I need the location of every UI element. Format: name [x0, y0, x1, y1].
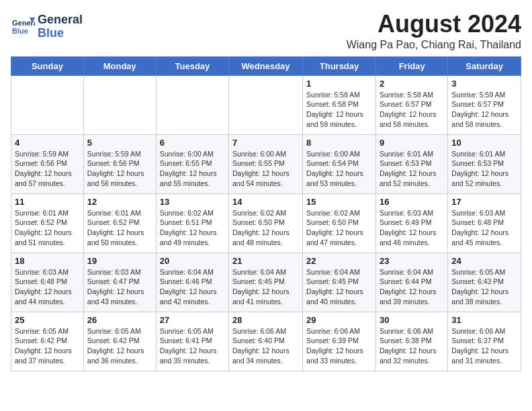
calendar-table: SundayMondayTuesdayWednesdayThursdayFrid…	[11, 56, 521, 371]
calendar-week-row: 18Sunrise: 6:03 AM Sunset: 6:48 PM Dayli…	[11, 253, 521, 312]
cell-content: Sunrise: 5:59 AM Sunset: 6:56 PM Dayligh…	[15, 149, 80, 189]
logo-text: General Blue	[38, 13, 83, 40]
cell-content: Sunrise: 6:01 AM Sunset: 6:52 PM Dayligh…	[87, 208, 152, 248]
calendar-week-row: 11Sunrise: 6:01 AM Sunset: 6:52 PM Dayli…	[11, 193, 521, 253]
cell-content: Sunrise: 6:06 AM Sunset: 6:40 PM Dayligh…	[232, 326, 299, 366]
calendar-cell: 15Sunrise: 6:02 AM Sunset: 6:50 PM Dayli…	[303, 193, 376, 253]
logo: General Blue General Blue	[11, 13, 83, 40]
day-number: 19	[87, 256, 152, 266]
cell-content: Sunrise: 6:06 AM Sunset: 6:39 PM Dayligh…	[306, 326, 372, 366]
weekday-header-cell: Friday	[375, 56, 447, 75]
day-number: 2	[380, 79, 444, 89]
day-number: 16	[380, 197, 444, 207]
weekday-header-cell: Monday	[83, 56, 156, 75]
day-number: 31	[451, 315, 517, 325]
cell-content: Sunrise: 6:04 AM Sunset: 6:45 PM Dayligh…	[306, 267, 372, 307]
cell-content: Sunrise: 6:05 AM Sunset: 6:42 PM Dayligh…	[87, 326, 152, 366]
cell-content: Sunrise: 6:01 AM Sunset: 6:52 PM Dayligh…	[15, 208, 80, 248]
day-number: 26	[87, 315, 152, 325]
logo-line1: General	[38, 13, 83, 26]
day-number: 20	[160, 256, 225, 266]
day-number: 12	[87, 197, 152, 207]
cell-content: Sunrise: 5:59 AM Sunset: 6:57 PM Dayligh…	[451, 90, 517, 130]
cell-content: Sunrise: 6:04 AM Sunset: 6:46 PM Dayligh…	[160, 267, 225, 307]
weekday-header-cell: Tuesday	[156, 56, 228, 75]
calendar-cell: 25Sunrise: 6:05 AM Sunset: 6:42 PM Dayli…	[11, 312, 84, 371]
calendar-cell: 10Sunrise: 6:01 AM Sunset: 6:53 PM Dayli…	[448, 134, 521, 193]
day-number: 7	[232, 138, 299, 148]
day-number: 25	[15, 315, 80, 325]
location: Wiang Pa Pao, Chiang Rai, Thailand	[347, 39, 521, 51]
calendar-cell: 8Sunrise: 6:00 AM Sunset: 6:54 PM Daylig…	[303, 134, 376, 193]
cell-content: Sunrise: 6:03 AM Sunset: 6:48 PM Dayligh…	[15, 267, 80, 307]
calendar-cell: 16Sunrise: 6:03 AM Sunset: 6:49 PM Dayli…	[375, 193, 447, 253]
calendar-week-row: 25Sunrise: 6:05 AM Sunset: 6:42 PM Dayli…	[11, 312, 521, 371]
cell-content: Sunrise: 6:06 AM Sunset: 6:37 PM Dayligh…	[451, 326, 517, 366]
cell-content: Sunrise: 6:01 AM Sunset: 6:53 PM Dayligh…	[451, 149, 517, 189]
cell-content: Sunrise: 6:04 AM Sunset: 6:44 PM Dayligh…	[380, 267, 444, 307]
day-number: 28	[232, 315, 299, 325]
calendar-cell	[229, 75, 303, 134]
cell-content: Sunrise: 5:59 AM Sunset: 6:56 PM Dayligh…	[87, 149, 152, 189]
calendar-cell: 3Sunrise: 5:59 AM Sunset: 6:57 PM Daylig…	[448, 75, 521, 134]
day-number: 22	[306, 256, 372, 266]
cell-content: Sunrise: 6:01 AM Sunset: 6:53 PM Dayligh…	[380, 149, 444, 189]
day-number: 27	[160, 315, 225, 325]
calendar-cell: 14Sunrise: 6:02 AM Sunset: 6:50 PM Dayli…	[229, 193, 303, 253]
calendar-cell: 30Sunrise: 6:06 AM Sunset: 6:38 PM Dayli…	[375, 312, 447, 371]
day-number: 6	[160, 138, 225, 148]
cell-content: Sunrise: 6:02 AM Sunset: 6:50 PM Dayligh…	[232, 208, 299, 248]
calendar-cell: 17Sunrise: 6:03 AM Sunset: 6:48 PM Dayli…	[448, 193, 521, 253]
cell-content: Sunrise: 6:00 AM Sunset: 6:54 PM Dayligh…	[306, 149, 372, 189]
cell-content: Sunrise: 5:58 AM Sunset: 6:58 PM Dayligh…	[306, 90, 372, 130]
calendar-cell: 20Sunrise: 6:04 AM Sunset: 6:46 PM Dayli…	[156, 253, 228, 312]
weekday-header-cell: Wednesday	[229, 56, 303, 75]
calendar-cell: 26Sunrise: 6:05 AM Sunset: 6:42 PM Dayli…	[83, 312, 156, 371]
calendar-cell: 29Sunrise: 6:06 AM Sunset: 6:39 PM Dayli…	[303, 312, 376, 371]
calendar-cell: 6Sunrise: 6:00 AM Sunset: 6:55 PM Daylig…	[156, 134, 228, 193]
calendar-cell: 28Sunrise: 6:06 AM Sunset: 6:40 PM Dayli…	[229, 312, 303, 371]
day-number: 30	[380, 315, 444, 325]
calendar-cell: 22Sunrise: 6:04 AM Sunset: 6:45 PM Dayli…	[303, 253, 376, 312]
calendar-cell	[11, 75, 84, 134]
calendar-cell: 19Sunrise: 6:03 AM Sunset: 6:47 PM Dayli…	[83, 253, 156, 312]
cell-content: Sunrise: 6:00 AM Sunset: 6:55 PM Dayligh…	[160, 149, 225, 189]
cell-content: Sunrise: 6:00 AM Sunset: 6:55 PM Dayligh…	[232, 149, 299, 189]
calendar-cell: 24Sunrise: 6:05 AM Sunset: 6:43 PM Dayli…	[448, 253, 521, 312]
day-number: 18	[15, 256, 80, 266]
calendar-cell: 2Sunrise: 5:58 AM Sunset: 6:57 PM Daylig…	[375, 75, 447, 134]
day-number: 15	[306, 197, 372, 207]
day-number: 24	[451, 256, 517, 266]
cell-content: Sunrise: 6:03 AM Sunset: 6:49 PM Dayligh…	[380, 208, 444, 248]
cell-content: Sunrise: 6:03 AM Sunset: 6:47 PM Dayligh…	[87, 267, 152, 307]
calendar-cell: 31Sunrise: 6:06 AM Sunset: 6:37 PM Dayli…	[448, 312, 521, 371]
cell-content: Sunrise: 6:05 AM Sunset: 6:42 PM Dayligh…	[15, 326, 80, 366]
cell-content: Sunrise: 6:05 AM Sunset: 6:43 PM Dayligh…	[451, 267, 517, 307]
day-number: 29	[306, 315, 372, 325]
cell-content: Sunrise: 6:05 AM Sunset: 6:41 PM Dayligh…	[160, 326, 225, 366]
weekday-header-row: SundayMondayTuesdayWednesdayThursdayFrid…	[11, 56, 521, 75]
calendar-cell: 13Sunrise: 6:02 AM Sunset: 6:51 PM Dayli…	[156, 193, 228, 253]
day-number: 9	[380, 138, 444, 148]
page-header: General Blue General Blue August 2024 Wi…	[11, 11, 521, 51]
logo-icon: General Blue	[11, 15, 35, 39]
calendar-cell: 7Sunrise: 6:00 AM Sunset: 6:55 PM Daylig…	[229, 134, 303, 193]
cell-content: Sunrise: 6:03 AM Sunset: 6:48 PM Dayligh…	[451, 208, 517, 248]
calendar-cell: 4Sunrise: 5:59 AM Sunset: 6:56 PM Daylig…	[11, 134, 84, 193]
day-number: 17	[451, 197, 517, 207]
weekday-header-cell: Thursday	[303, 56, 376, 75]
day-number: 10	[451, 138, 517, 148]
cell-content: Sunrise: 6:02 AM Sunset: 6:51 PM Dayligh…	[160, 208, 225, 248]
day-number: 8	[306, 138, 372, 148]
day-number: 21	[232, 256, 299, 266]
cell-content: Sunrise: 6:02 AM Sunset: 6:50 PM Dayligh…	[306, 208, 372, 248]
logo-line2: Blue	[38, 26, 64, 40]
weekday-header-cell: Sunday	[11, 56, 84, 75]
title-area: August 2024 Wiang Pa Pao, Chiang Rai, Th…	[347, 11, 521, 51]
calendar-cell: 23Sunrise: 6:04 AM Sunset: 6:44 PM Dayli…	[375, 253, 447, 312]
day-number: 14	[232, 197, 299, 207]
calendar-cell: 21Sunrise: 6:04 AM Sunset: 6:45 PM Dayli…	[229, 253, 303, 312]
calendar-cell: 9Sunrise: 6:01 AM Sunset: 6:53 PM Daylig…	[375, 134, 447, 193]
calendar-cell: 12Sunrise: 6:01 AM Sunset: 6:52 PM Dayli…	[83, 193, 156, 253]
day-number: 23	[380, 256, 444, 266]
